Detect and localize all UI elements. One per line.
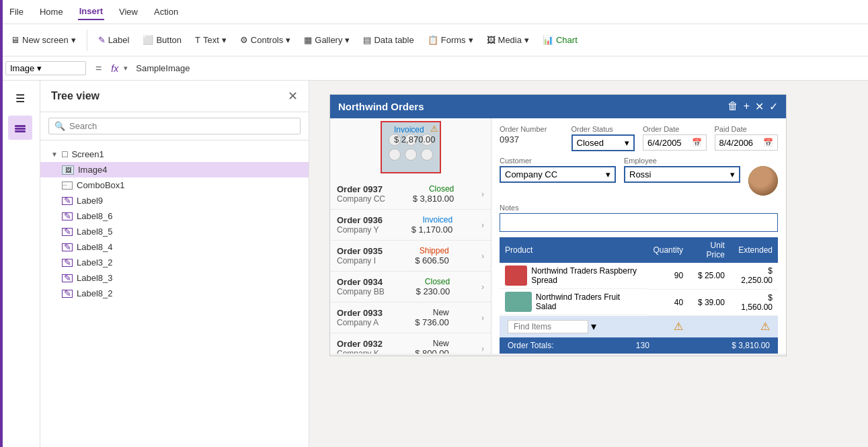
order-company: Company CC bbox=[337, 194, 385, 204]
sidebar-header: Tree view ✕ bbox=[40, 81, 309, 112]
orders-list: Order 0937 Company CC Closed $ 3,810.00 … bbox=[330, 179, 491, 354]
tree-item-label86-label: Label8_6 bbox=[77, 211, 113, 221]
media-arrow: ▾ bbox=[524, 35, 529, 45]
new-screen-icon: 🖥 bbox=[11, 35, 19, 45]
col-product: Product bbox=[500, 237, 647, 263]
label-tree-icon-4: ✎ bbox=[62, 243, 73, 251]
menu-action[interactable]: Action bbox=[153, 4, 180, 19]
order-amount: $ 606.50 bbox=[415, 255, 449, 266]
field-employee: Employee Rossi ▾ bbox=[624, 157, 740, 196]
order-right: New $ 800.00 bbox=[415, 339, 449, 354]
tree-item-image4[interactable]: 🖼 Image4 bbox=[40, 162, 309, 177]
products-table-body: Northwind Traders Raspberry Spread 90 $ … bbox=[500, 263, 778, 315]
confirm-button[interactable]: ✓ bbox=[769, 100, 778, 113]
order-entry-0932[interactable]: Order 0932 Company K New $ 800.00 › bbox=[330, 333, 491, 354]
sidebar-close-button[interactable]: ✕ bbox=[288, 89, 298, 104]
order-company: Company I bbox=[337, 256, 383, 266]
main-layout: ☰ Tree view ✕ 🔍 ▼ □ Sc bbox=[0, 81, 868, 447]
col-unit-price: Unit Price bbox=[688, 237, 730, 263]
order-right: Closed $ 230.00 bbox=[416, 277, 450, 296]
label-tree-icon-2: ✎ bbox=[62, 212, 73, 220]
formula-expression[interactable]: SampleImage bbox=[133, 62, 863, 75]
order-right: Closed $ 3,810.00 bbox=[413, 184, 454, 204]
tree-item-label82-label: Label8_2 bbox=[77, 288, 113, 298]
order-left: Order 0933 Company A bbox=[337, 308, 383, 327]
totals-amount: $ 3,810.00 bbox=[732, 341, 770, 350]
order-entry-0936[interactable]: Order 0936 Company Y Invoiced $ 1,170.00… bbox=[330, 210, 491, 241]
ribbon: 🖥 New screen ▾ ✎ Label ⬜ Button T Text ▾… bbox=[0, 24, 868, 56]
menu-insert[interactable]: Insert bbox=[78, 3, 104, 20]
order-amount: $ 3,810.00 bbox=[413, 194, 454, 204]
formula-selector[interactable]: Image ▾ bbox=[5, 61, 86, 75]
tree-view: ▼ □ Screen1 🖼 Image4 ··· ComboBox1 ✎ Lab… bbox=[40, 140, 309, 447]
layers-icon-button[interactable] bbox=[8, 116, 32, 140]
media-icon: 🖼 bbox=[487, 35, 496, 45]
tree-item-combobox1[interactable]: ··· ComboBox1 bbox=[40, 177, 309, 193]
tree-item-label85[interactable]: ✎ Label8_5 bbox=[40, 224, 309, 239]
employee-dropdown[interactable]: Rossi ▾ bbox=[624, 166, 740, 183]
paid-date-value: 8/4/2006 bbox=[719, 138, 754, 148]
field-order-status: Order Status Closed ▾ bbox=[571, 125, 635, 151]
controls-label: Controls bbox=[251, 35, 283, 45]
label-tree-icon-6: ✎ bbox=[62, 274, 73, 282]
order-status-dropdown[interactable]: Closed ▾ bbox=[571, 134, 635, 151]
field-order-number: Order Number 0937 bbox=[500, 125, 563, 151]
order-number: Order 0932 bbox=[337, 339, 383, 349]
forms-button[interactable]: 📋 Forms ▾ bbox=[422, 32, 479, 48]
tree-item-label83[interactable]: ✎ Label8_3 bbox=[40, 270, 309, 286]
label-button[interactable]: ✎ Label bbox=[93, 32, 135, 48]
order-entry-0933[interactable]: Order 0933 Company A New $ 736.00 › bbox=[330, 302, 491, 333]
search-input[interactable] bbox=[69, 121, 294, 131]
warning-icon-right: ⚠ bbox=[760, 320, 770, 333]
find-items-input[interactable] bbox=[508, 320, 588, 333]
tree-item-label82[interactable]: ✎ Label8_2 bbox=[40, 286, 309, 301]
add-button[interactable]: + bbox=[744, 100, 750, 113]
svg-rect-2 bbox=[15, 130, 26, 132]
search-icon: 🔍 bbox=[54, 121, 65, 131]
products-header-row: Product Quantity Unit Price Extended bbox=[500, 237, 778, 263]
employee-value: Rossi bbox=[629, 169, 652, 179]
tree-item-label9[interactable]: ✎ Label9 bbox=[40, 193, 309, 208]
northwind-title: Northwind Orders bbox=[338, 101, 424, 112]
purple-accent bbox=[0, 0, 3, 447]
order-date-input[interactable]: 6/4/2005 📅 bbox=[643, 134, 707, 151]
tree-item-label84-label: Label8_4 bbox=[77, 242, 113, 252]
tree-item-label86[interactable]: ✎ Label8_6 bbox=[40, 208, 309, 224]
menu-view[interactable]: View bbox=[118, 4, 139, 19]
media-button[interactable]: 🖼 Media ▾ bbox=[481, 32, 535, 48]
chart-button[interactable]: 📊 Chart bbox=[537, 32, 583, 48]
gallery-button[interactable]: ▦ Gallery ▾ bbox=[299, 32, 355, 48]
calendar-icon: 📅 bbox=[692, 138, 702, 147]
menu-home[interactable]: Home bbox=[38, 4, 65, 19]
datatable-label: Data table bbox=[374, 35, 413, 45]
hamburger-menu-button[interactable]: ☰ bbox=[8, 86, 32, 110]
cancel-button[interactable]: ✕ bbox=[755, 100, 764, 113]
order-status: Shipped bbox=[420, 246, 449, 255]
product-thumb-salad bbox=[505, 292, 532, 312]
controls-button[interactable]: ⚙ Controls ▾ bbox=[235, 32, 296, 48]
ribbon-sep-1 bbox=[87, 30, 87, 51]
tree-item-label32[interactable]: ✎ Label3_2 bbox=[40, 255, 309, 270]
notes-input[interactable] bbox=[500, 213, 778, 232]
menu-file[interactable]: File bbox=[8, 4, 25, 19]
tree-item-screen1[interactable]: ▼ □ Screen1 bbox=[40, 146, 309, 162]
chevron-icon: › bbox=[481, 251, 484, 261]
paid-date-input[interactable]: 8/4/2006 📅 bbox=[715, 134, 779, 151]
order-entry-0934[interactable]: Order 0934 Company BB Closed $ 230.00 › bbox=[330, 272, 491, 302]
button-button[interactable]: ⬜ Button bbox=[137, 32, 187, 48]
order-left: Order 0936 Company Y bbox=[337, 215, 383, 235]
product-cell: Northwind Traders Fruit Salad bbox=[500, 289, 647, 315]
order-entry-0937[interactable]: Order 0937 Company CC Closed $ 3,810.00 … bbox=[330, 179, 491, 210]
new-screen-button[interactable]: 🖥 New screen ▾ bbox=[5, 32, 81, 48]
text-button[interactable]: T Text ▾ bbox=[190, 32, 232, 48]
tree-item-label84[interactable]: ✎ Label8_4 bbox=[40, 239, 309, 255]
datatable-button[interactable]: ▤ Data table bbox=[358, 32, 419, 48]
forms-icon: 📋 bbox=[428, 35, 438, 45]
delete-button[interactable]: 🗑 bbox=[727, 100, 738, 113]
customer-dropdown[interactable]: Company CC ▾ bbox=[500, 166, 616, 183]
order-entry-0935[interactable]: Order 0935 Company I Shipped $ 606.50 › bbox=[330, 241, 491, 272]
order-right: Invoiced $ 1,170.00 bbox=[411, 215, 452, 235]
field-customer-label: Customer bbox=[500, 157, 616, 165]
field-order-date: Order Date 6/4/2005 📅 bbox=[643, 125, 707, 151]
chevron-icon: › bbox=[481, 220, 484, 230]
